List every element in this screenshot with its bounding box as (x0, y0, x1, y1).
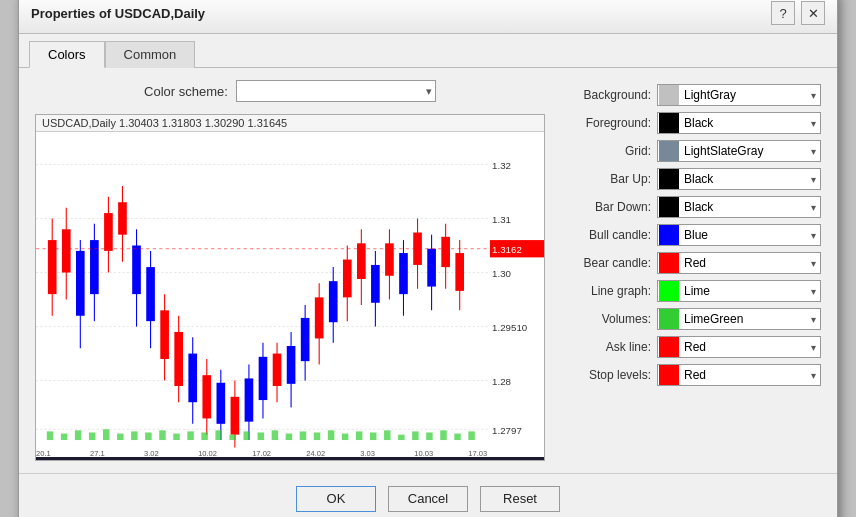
help-button[interactable]: ? (771, 1, 795, 25)
color-dropdown-background[interactable]: LightGray▾ (657, 84, 821, 106)
svg-rect-94 (300, 432, 306, 441)
svg-rect-100 (384, 431, 390, 441)
color-label-foreground: Foreground: (561, 116, 651, 130)
svg-rect-70 (441, 237, 450, 267)
svg-rect-40 (231, 397, 240, 435)
color-swatch-bear_candle (659, 253, 679, 273)
color-arrow-grid: ▾ (807, 146, 820, 157)
color-label-stop_levels: Stop levels: (561, 368, 651, 382)
svg-rect-102 (412, 432, 418, 441)
svg-rect-81 (117, 434, 123, 440)
svg-rect-79 (89, 433, 95, 441)
color-scheme-row: Color scheme: (35, 80, 545, 102)
color-arrow-line_graph: ▾ (807, 286, 820, 297)
chart-canvas: 1.32 1.31 1.30 1.29510 1.28 1.2797 (36, 132, 544, 456)
color-swatch-bar_down (659, 197, 679, 217)
color-dropdown-ask_line[interactable]: Red▾ (657, 336, 821, 358)
svg-rect-105 (454, 434, 460, 440)
svg-rect-64 (399, 253, 408, 294)
tab-common[interactable]: Common (105, 41, 196, 68)
right-panel: Background:LightGray▾Foreground:Black▾Gr… (561, 80, 821, 460)
svg-text:1.2797: 1.2797 (492, 425, 522, 436)
color-row-bar_down: Bar Down:Black▾ (561, 196, 821, 218)
svg-rect-16 (62, 230, 71, 273)
chart-svg: 1.32 1.31 1.30 1.29510 1.28 1.2797 (36, 132, 544, 456)
cancel-button[interactable]: Cancel (388, 486, 468, 512)
color-name-stop_levels: Red (680, 368, 807, 382)
dialog-title: Properties of USDCAD,Daily (31, 6, 205, 21)
svg-rect-84 (159, 431, 165, 441)
color-dropdown-line_graph[interactable]: Lime▾ (657, 280, 821, 302)
color-row-volumes: Volumes:LimeGreen▾ (561, 308, 821, 330)
svg-rect-87 (201, 433, 207, 441)
color-dropdown-bull_candle[interactable]: Blue▾ (657, 224, 821, 246)
tab-bar: Colors Common (19, 34, 837, 68)
svg-rect-95 (314, 433, 320, 441)
svg-rect-85 (173, 434, 179, 440)
svg-rect-82 (131, 432, 137, 441)
svg-text:1.3162: 1.3162 (492, 244, 522, 255)
color-dropdown-foreground[interactable]: Black▾ (657, 112, 821, 134)
color-dropdown-bar_down[interactable]: Black▾ (657, 196, 821, 218)
svg-rect-38 (217, 383, 226, 424)
svg-rect-42 (245, 379, 254, 422)
color-name-volumes: LimeGreen (680, 312, 807, 326)
color-label-grid: Grid: (561, 144, 651, 158)
color-dropdown-grid[interactable]: LightSlateGray▾ (657, 140, 821, 162)
properties-dialog: Properties of USDCAD,Daily ? ✕ Colors Co… (18, 0, 838, 517)
svg-rect-88 (215, 431, 221, 441)
svg-rect-92 (272, 431, 278, 441)
svg-rect-80 (103, 430, 109, 441)
color-label-bear_candle: Bear candle: (561, 256, 651, 270)
svg-rect-68 (427, 249, 436, 287)
svg-rect-60 (371, 265, 380, 303)
color-dropdown-bar_up[interactable]: Black▾ (657, 168, 821, 190)
color-row-foreground: Foreground:Black▾ (561, 112, 821, 134)
svg-rect-99 (370, 433, 376, 441)
svg-rect-103 (426, 433, 432, 441)
color-arrow-volumes: ▾ (807, 314, 820, 325)
dialog-body: Color scheme: USDCAD,Daily 1.30403 1.318… (19, 68, 837, 472)
svg-rect-90 (244, 432, 250, 441)
color-dropdown-stop_levels[interactable]: Red▾ (657, 364, 821, 386)
reset-button[interactable]: Reset (480, 486, 560, 512)
svg-text:20.1: 20.1 (36, 450, 51, 457)
color-arrow-bull_candle: ▾ (807, 230, 820, 241)
color-arrow-stop_levels: ▾ (807, 370, 820, 381)
color-row-stop_levels: Stop levels:Red▾ (561, 364, 821, 386)
color-arrow-foreground: ▾ (807, 118, 820, 129)
color-name-bar_down: Black (680, 200, 807, 214)
color-row-background: Background:LightGray▾ (561, 84, 821, 106)
chart-header: USDCAD,Daily 1.30403 1.31803 1.30290 1.3… (36, 115, 544, 132)
svg-text:1.31: 1.31 (492, 214, 511, 225)
color-arrow-ask_line: ▾ (807, 342, 820, 353)
tab-colors[interactable]: Colors (29, 41, 105, 68)
svg-rect-78 (75, 431, 81, 441)
svg-rect-104 (440, 431, 446, 441)
svg-rect-22 (104, 213, 113, 251)
color-dropdown-volumes[interactable]: LimeGreen▾ (657, 308, 821, 330)
svg-rect-101 (398, 435, 404, 440)
svg-rect-77 (61, 434, 67, 440)
close-button[interactable]: ✕ (801, 1, 825, 25)
svg-rect-28 (146, 267, 155, 321)
color-label-bull_candle: Bull candle: (561, 228, 651, 242)
color-dropdown-bear_candle[interactable]: Red▾ (657, 252, 821, 274)
svg-rect-26 (132, 246, 141, 295)
color-row-grid: Grid:LightSlateGray▾ (561, 140, 821, 162)
svg-rect-106 (468, 432, 474, 441)
color-arrow-bear_candle: ▾ (807, 258, 820, 269)
color-swatch-bar_up (659, 169, 679, 189)
svg-rect-97 (342, 434, 348, 440)
color-arrow-background: ▾ (807, 90, 820, 101)
svg-rect-24 (118, 203, 127, 235)
chart-area: USDCAD,Daily 1.30403 1.31803 1.30290 1.3… (35, 114, 545, 460)
color-name-background: LightGray (680, 88, 807, 102)
color-scheme-select[interactable] (236, 80, 436, 102)
ok-button[interactable]: OK (296, 486, 376, 512)
color-arrow-bar_down: ▾ (807, 202, 820, 213)
svg-rect-56 (343, 260, 352, 298)
color-swatch-foreground (659, 113, 679, 133)
svg-rect-18 (76, 251, 85, 316)
svg-text:3.03: 3.03 (360, 450, 375, 457)
